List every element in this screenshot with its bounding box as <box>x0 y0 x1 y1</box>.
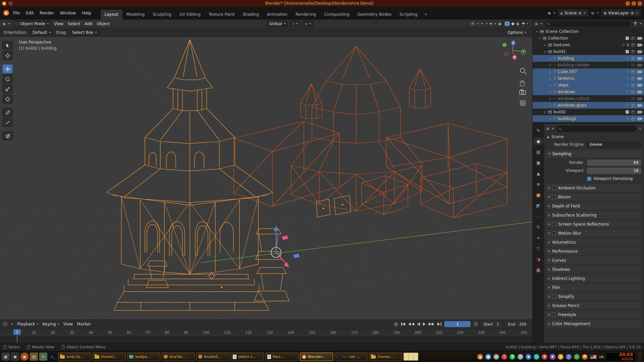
viewlayer-browse-icon[interactable]: ▤ <box>591 11 594 15</box>
camera-visibility-icon[interactable] <box>637 77 642 80</box>
outliner-editor-caret-icon[interactable] <box>540 23 542 24</box>
pan-hand-icon[interactable] <box>520 80 524 86</box>
orientation-dropdown[interactable]: Default <box>30 29 53 36</box>
section-film[interactable]: Film <box>546 284 642 291</box>
tab-physics-icon[interactable]: ↻ <box>533 223 543 231</box>
tab-tool-icon[interactable]: ✎ <box>533 126 543 134</box>
add-workspace-button[interactable]: + <box>421 10 430 19</box>
properties-editor-caret-icon[interactable] <box>552 128 554 129</box>
taskbar-window-home-1[interactable]: /home/... <box>93 353 126 361</box>
visibility-icon[interactable] <box>471 22 475 25</box>
blender-menu-icon[interactable] <box>3 10 9 16</box>
auto-keying-button[interactable] <box>394 322 398 326</box>
section-simplify[interactable]: Simplify <box>546 293 642 300</box>
shading-solid-button[interactable]: ● <box>511 21 515 26</box>
tab-world-icon[interactable]: ⊕ <box>533 180 543 188</box>
eye-icon[interactable] <box>631 70 635 73</box>
tab-animation[interactable]: Animation <box>263 10 291 19</box>
tab-texture-paint[interactable]: Texture Paint <box>205 10 238 19</box>
zoom-icon[interactable] <box>521 68 527 75</box>
viewport-3d[interactable]: Z Y X User Perspective (1) build2 | buil… <box>0 37 532 319</box>
tool-move[interactable] <box>2 64 13 73</box>
tab-output-icon[interactable]: ▤ <box>533 148 543 156</box>
shading-rendered-button[interactable]: ◓ <box>521 21 526 26</box>
visibility-caret-icon[interactable] <box>477 23 479 24</box>
overlays-caret-icon[interactable] <box>494 23 496 24</box>
eye-icon[interactable] <box>631 50 635 53</box>
sampling-section-header[interactable]: Sampling <box>546 150 642 158</box>
editor-launcher-icon[interactable]: ✎ <box>39 353 47 361</box>
menu-object[interactable]: Object <box>97 21 110 26</box>
window-menu-icon[interactable] <box>8 1 13 6</box>
options-dropdown[interactable]: Options <box>505 29 529 36</box>
tray-vpn-icon[interactable]: V <box>542 354 547 360</box>
camera-visibility-icon[interactable] <box>637 104 642 107</box>
tool-measure[interactable] <box>2 118 13 127</box>
menu-help[interactable]: Help <box>82 11 91 15</box>
section-screen-space-reflections[interactable]: Screen Space Reflections <box>546 220 642 228</box>
menu-playback[interactable]: Playback <box>17 322 39 326</box>
menu-marker[interactable]: Marker <box>77 322 91 326</box>
outliner-item-textures[interactable]: ▸ textures ▽8 <box>533 42 644 48</box>
tray-alert-icon[interactable]: ! <box>501 354 507 360</box>
camera-visibility-icon[interactable] <box>637 111 642 114</box>
tab-particles-icon[interactable]: ∴ <box>533 212 543 220</box>
timeline-editor-caret-icon[interactable] <box>11 323 13 325</box>
drag-dropdown[interactable]: Select Box <box>70 29 99 36</box>
outliner-search-input[interactable] <box>545 21 631 27</box>
eye-icon[interactable] <box>631 111 635 114</box>
checkbox-icon[interactable] <box>552 231 556 235</box>
viewlayer-browse-caret-icon[interactable] <box>597 12 599 14</box>
menu-view[interactable]: View <box>54 21 63 26</box>
outliner-item-collection[interactable]: ▾ Collection ✓ <box>533 35 644 42</box>
taskbar-window-home-2[interactable]: /home/... <box>369 353 402 361</box>
outliner-item-windows-cutout[interactable]: ▸▽ windows.cutout ▽ <box>533 95 644 102</box>
tray-spotify-icon[interactable]: S <box>509 354 515 360</box>
tray-install-icon[interactable]: ▲ <box>477 354 483 360</box>
xray-toggle-icon[interactable]: ▩ <box>498 22 501 25</box>
tray-cut-icon[interactable]: ✕ <box>518 354 523 360</box>
menu-window[interactable]: Window <box>60 11 76 15</box>
menu-add[interactable]: Add <box>85 21 92 26</box>
new-scene-icon[interactable]: ▣ <box>578 11 581 15</box>
camera-visibility-icon[interactable] <box>637 90 642 94</box>
tab-geometry-nodes[interactable]: Geometry Nodes <box>354 10 395 19</box>
tab-object-icon[interactable]: ■ <box>533 191 543 199</box>
camera-visibility-icon[interactable] <box>637 44 642 47</box>
taskbar-window-anatwi[interactable]: AnaTwi... <box>162 353 195 361</box>
render-engine-dropdown[interactable]: Eevee <box>587 141 641 148</box>
browser-launcher-icon[interactable]: ● <box>20 353 29 361</box>
checkbox-icon[interactable] <box>552 295 556 298</box>
eye-icon[interactable] <box>631 37 635 40</box>
workspace-switcher-icon[interactable]: ▣ <box>11 353 19 361</box>
outliner-item-windows-glass[interactable]: ▸▽ windows.glass ▽ <box>533 102 644 109</box>
scene-browse-caret-icon[interactable] <box>553 12 555 14</box>
tray-chat-icon[interactable]: ● <box>485 354 491 360</box>
outliner-item-lanterns[interactable]: ▸▽ lanterns ▽ <box>533 75 644 82</box>
outliner-item-building[interactable]: ▸▽ building ▽ <box>533 55 644 62</box>
tray-messenger-icon[interactable]: ◆ <box>526 354 531 360</box>
tab-layout[interactable]: Layout <box>101 10 122 19</box>
show-overlays-icon[interactable]: ◓ <box>490 22 492 25</box>
tab-object-data-icon[interactable]: ▽ <box>533 244 543 252</box>
tray-power-icon[interactable]: z <box>558 354 564 360</box>
outliner-item-windows[interactable]: ▸▽ windows ▽ <box>533 88 644 95</box>
taskbar-window-wallpaper[interactable]: wallpa... <box>127 353 160 361</box>
clock-widget[interactable]: 20:03 3/31/24 <box>606 352 636 361</box>
tab-texture-icon[interactable]: ▦ <box>533 266 543 274</box>
timeline-track[interactable] <box>0 337 532 343</box>
outliner-item-steps[interactable]: ▸▽ steps ▽ <box>533 82 644 88</box>
scene-selector[interactable]: ▲ Scene ▣ × <box>558 9 588 16</box>
menu-select[interactable]: Select <box>68 21 80 26</box>
new-viewlayer-icon[interactable]: ▣ <box>631 11 634 15</box>
properties-pin-icon[interactable]: ✎ <box>639 127 642 131</box>
outliner-item-building2[interactable]: ▸▽ building2 ▽ <box>533 115 644 122</box>
camera-view-icon[interactable] <box>520 89 526 95</box>
gizmo-caret-icon[interactable] <box>486 23 488 24</box>
snap-dropdown[interactable]: ∩ <box>290 20 301 27</box>
section-bloom[interactable]: Bloom <box>546 193 642 201</box>
play-reverse-button[interactable] <box>417 322 420 326</box>
section-performance[interactable]: Performance <box>546 247 642 255</box>
tray-wave-icon[interactable]: ~ <box>534 354 539 360</box>
eye-icon[interactable] <box>631 97 635 100</box>
